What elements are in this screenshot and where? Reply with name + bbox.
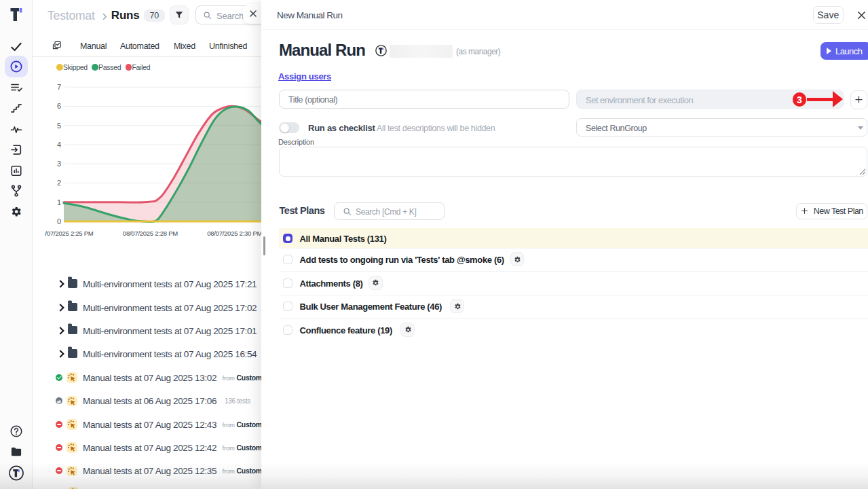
svg-text:0: 0 xyxy=(57,217,61,225)
svg-text:6: 6 xyxy=(57,102,61,110)
svg-text:3: 3 xyxy=(57,160,61,168)
svg-text:08/07/2025 2:30 PM: 08/07/2025 2:30 PM xyxy=(207,230,262,237)
svg-text:2: 2 xyxy=(57,179,61,187)
svg-text:4: 4 xyxy=(57,141,61,149)
svg-text:5: 5 xyxy=(57,122,61,130)
svg-text:7: 7 xyxy=(57,83,61,91)
svg-text:08/07/2025 2:25 PM: 08/07/2025 2:25 PM xyxy=(45,230,94,237)
svg-text:1: 1 xyxy=(57,198,61,206)
svg-text:08/07/2025 2:28 PM: 08/07/2025 2:28 PM xyxy=(123,230,178,237)
